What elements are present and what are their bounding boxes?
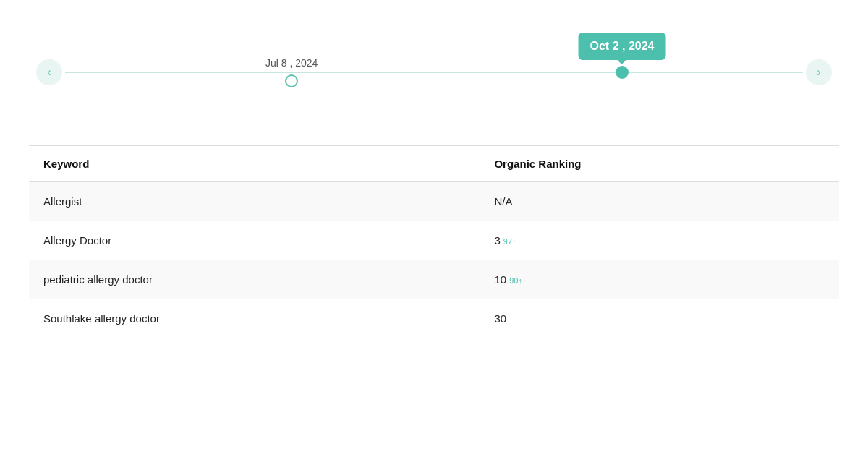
timeline-label-1: Jul 8 , 2024 — [265, 57, 318, 69]
ranking-sub-value: 90↑ — [509, 276, 522, 285]
table-header-row: Keyword Organic Ranking — [29, 146, 839, 182]
keyword-cell: pediatric allergy doctor — [29, 260, 480, 299]
timeline-tooltip: Oct 2 , 2024 — [579, 33, 666, 60]
timeline-point-1: Jul 8 , 2024 — [265, 57, 318, 87]
column-header-ranking: Organic Ranking — [480, 146, 839, 182]
ranking-cell: 30 — [480, 299, 839, 338]
ranking-main-value: 30 — [494, 312, 506, 325]
keyword-cell: Allergist — [29, 182, 480, 221]
timeline-dot-empty[interactable] — [285, 74, 298, 87]
table-row: AllergistN/A — [29, 182, 839, 221]
table-row: Southlake allergy doctor30 — [29, 299, 839, 338]
ranking-main-value: N/A — [494, 195, 512, 208]
ranking-main-value: 10 — [494, 273, 506, 286]
timeline-section: ‹ Jul 8 , 2024 Oct 2 , 2024 › — [29, 14, 839, 130]
table-row: pediatric allergy doctor1090↑ — [29, 260, 839, 299]
ranking-cell: N/A — [480, 182, 839, 221]
main-container: ‹ Jul 8 , 2024 Oct 2 , 2024 › Keyword Or… — [0, 0, 868, 449]
timeline-point-2: Oct 2 , 2024 — [616, 66, 629, 79]
timeline-next-button[interactable]: › — [806, 59, 832, 85]
table-row: Allergy Doctor397↑ — [29, 221, 839, 260]
ranking-cell: 397↑ — [480, 221, 839, 260]
table-section: Keyword Organic Ranking AllergistN/AAlle… — [29, 145, 839, 435]
ranking-cell: 1090↑ — [480, 260, 839, 299]
keyword-cell: Southlake allergy doctor — [29, 299, 480, 338]
ranking-sub-value: 97↑ — [503, 237, 516, 246]
timeline-prev-button[interactable]: ‹ — [36, 59, 62, 85]
keyword-cell: Allergy Doctor — [29, 221, 480, 260]
rankings-table: Keyword Organic Ranking AllergistN/AAlle… — [29, 146, 839, 338]
timeline-line — [65, 72, 803, 73]
ranking-main-value: 3 — [494, 234, 500, 247]
column-header-keyword: Keyword — [29, 146, 480, 182]
